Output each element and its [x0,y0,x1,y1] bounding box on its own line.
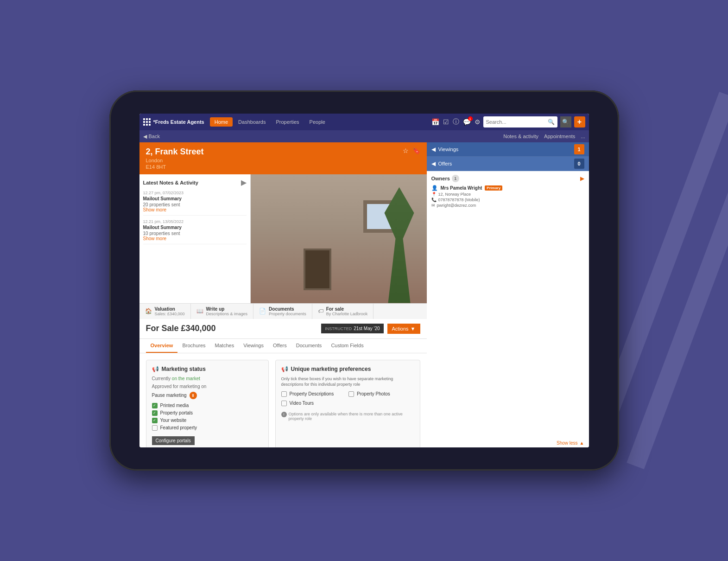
owners-count-badge: 1 [452,175,459,182]
svg-line-1 [635,95,728,466]
owner-item: 👤 Mrs Pamela Wright Primary 📍 12, Norway… [431,185,584,208]
notes-activity-link[interactable]: Notes & activity [503,134,538,139]
owners-expand-icon[interactable]: ▶ [580,175,584,182]
tablet-frame: *Freds Estate Agents Home Dashboards Pro… [109,90,619,471]
search-button[interactable]: 🔍 [560,116,571,128]
checkbox-prop-photos: Property Photos [348,391,414,397]
nav-item-home[interactable]: Home [210,117,233,127]
property-middle: Latest Notes & Activity ▶ 12.27 pm, 07/0… [139,174,427,303]
info-icon[interactable]: ⓘ [453,118,459,126]
actions-button[interactable]: Actions ▼ [387,324,420,334]
property-header-actions: ☆ 🔖 [403,147,420,154]
offers-row[interactable]: ◀ Offers 0 [427,157,589,171]
tab-forsale-title: For sale [326,306,368,312]
tab-matches[interactable]: Matches [210,339,239,353]
notes-arrow-icon[interactable]: ▶ [241,178,247,187]
notes-panel: Latest Notes & Activity ▶ 12.27 pm, 07/0… [139,174,251,303]
secondary-navbar: ◀ Back Notes & activity Appointments ... [139,130,589,142]
right-panel: ◀ Viewings 1 ◀ Offers 0 [427,142,589,447]
nav-items: Home Dashboards Properties People [210,117,431,127]
tag-icon: 🏷 [318,308,323,314]
company-logo: *Freds Estate Agents [143,118,204,126]
tab-valuation[interactable]: 🏠 Valuation Sales: £340,000 [139,304,191,319]
calendar-icon[interactable]: 📅 [431,118,439,126]
tab-documents-title: Documents [269,306,306,312]
messages-icon[interactable]: 💬 1 [463,118,471,126]
tab-documents[interactable]: 📄 Documents Property documents [253,304,312,319]
actions-arrow-icon: ▼ [411,326,416,332]
back-button[interactable]: ◀ Back [143,134,160,140]
company-name: *Freds Estate Agents [153,119,204,125]
configure-portals-button[interactable]: Configure portals [152,436,195,445]
show-less-button[interactable]: Show less ▲ [427,439,589,447]
book-icon: 📖 [196,308,203,314]
note-item-2: 12.21 pm, 13/05/2022 Mailout Summary 10 … [143,219,247,244]
main-content: 2, Frank Street London E14 8HT ☆ 🔖 Lates… [139,142,589,447]
tablet-screen: *Freds Estate Agents Home Dashboards Pro… [139,114,589,447]
unique-card-title: 📢 Unique marketing preferences [281,366,414,372]
grid-icon [143,118,151,126]
nav-item-dashboards[interactable]: Dashboards [234,117,270,127]
back-arrow-icon: ◀ [143,134,147,140]
owners-title: Owners 1 [431,175,459,182]
viewings-row[interactable]: ◀ Viewings 1 [427,142,589,157]
sale-header: For Sale £340,000 INSTRUCTED 21st May '2… [139,319,427,339]
notes-header: Latest Notes & Activity ▶ [143,178,247,187]
search-input[interactable] [486,119,548,125]
tab-offers[interactable]: Offers [268,339,291,353]
chevron-up-icon: ▲ [580,440,584,446]
checkbox-property-portals: ✓ Property portals [152,410,263,416]
settings-icon[interactable]: ⚙ [475,118,481,126]
tab-valuation-title: Valuation [155,306,185,312]
tab-valuation-sub: Sales: £340,000 [155,312,185,316]
tab-viewings[interactable]: Viewings [239,339,268,353]
tab-documents-detail[interactable]: Documents [291,339,327,353]
nav-item-people[interactable]: People [305,117,330,127]
pause-icon[interactable]: ⏸ [190,392,197,399]
instructed-badge: INSTRUCTED 21st May '20 [321,324,383,333]
search-box: 🔍 [483,116,557,128]
sale-header-right: INSTRUCTED 21st May '20 Actions ▼ [321,324,420,334]
appointments-link[interactable]: Appointments [544,134,575,139]
messages-badge: 1 [468,116,473,121]
checkbox-printed-media: ✓ Printed media [152,403,263,408]
note-link-1[interactable]: Show more [143,207,247,212]
unique-options-grid: Property Descriptions Property Photos Vi… [281,391,414,408]
tasks-icon[interactable]: ☑ [443,118,449,126]
add-button[interactable]: + [574,116,585,128]
note-link-2[interactable]: Show more [143,236,247,241]
more-options-link[interactable]: ... [581,134,585,139]
tab-documents-content: Documents Property documents [269,306,306,316]
bookmark-icon[interactable]: 🔖 [412,147,420,154]
detail-tabs: Overview Brochures Matches Viewings Offe… [139,339,427,353]
tab-forsale[interactable]: 🏷 For sale By Charlotte Ladbrook [312,304,374,319]
instructed-label: INSTRUCTED [325,326,352,331]
prop-photos-label: Property Photos [357,391,390,396]
nav-icons: 📅 ☑ ⓘ 💬 1 ⚙ [431,118,481,126]
viewings-arrow-icon: ◀ [431,146,436,153]
checkbox-your-website: ✓ Your website [152,418,263,423]
owner-phone: 📞 07878787878 (Mobile) [431,198,584,202]
favorite-icon[interactable]: ☆ [403,147,409,154]
property-header: 2, Frank Street London E14 8HT ☆ 🔖 [139,142,427,174]
tab-brochures[interactable]: Brochures [177,339,210,353]
tab-writeup[interactable]: 📖 Write up Descriptions & images [191,304,254,319]
tab-custom-fields[interactable]: Custom Fields [326,339,368,353]
note-time-2: 12.21 pm, 13/05/2022 [143,219,247,224]
unique-description: Only tick these boxes if you wish to hav… [281,376,414,388]
marketing-status-card: 📢 Marketing status Currently on the mark… [146,360,269,448]
sale-price: For Sale £340,000 [146,324,216,333]
tab-overview[interactable]: Overview [146,339,178,353]
offers-count: 0 [574,159,584,169]
nav-item-properties[interactable]: Properties [271,117,304,127]
note-item: 12.27 pm, 07/02/2023 Mailout Summary 20 … [143,191,247,216]
property-address-line1: 2, Frank Street [146,147,204,157]
primary-badge: Primary [485,185,502,191]
viewings-label: Viewings [438,147,459,152]
featured-label: Featured property [160,425,197,430]
person-icon: 👤 [431,185,438,191]
left-panel: 2, Frank Street London E14 8HT ☆ 🔖 Lates… [139,142,427,447]
offers-arrow-icon: ◀ [431,160,436,167]
phone-icon: 📞 [431,198,437,202]
uncheck-video-icon [281,401,287,406]
